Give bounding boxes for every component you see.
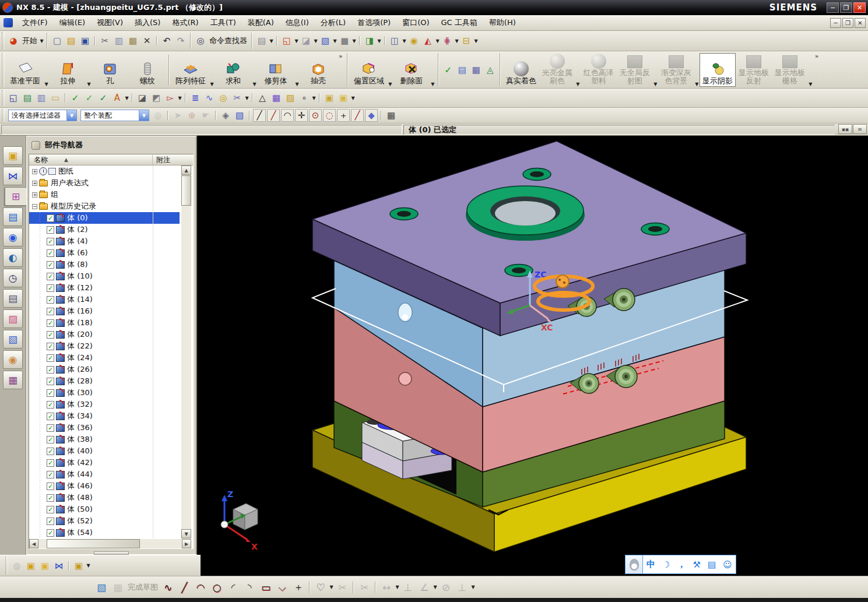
overflow-chevron-icon[interactable]: »: [815, 51, 819, 60]
delete-icon[interactable]: ✕: [140, 34, 153, 47]
tree-item-row[interactable]: ✓体 (36): [29, 422, 180, 434]
find-component-icon[interactable]: ◎: [152, 109, 164, 122]
checkbox-icon[interactable]: ✓: [47, 448, 54, 455]
layer-settings-icon[interactable]: ▤: [21, 91, 34, 104]
tree-column-header[interactable]: 名称 ▲ 附注: [29, 154, 193, 166]
menu-5[interactable]: 格式(R): [166, 15, 204, 30]
基准平面-button[interactable]: 基准平面: [6, 53, 44, 87]
rapid-dimension-icon[interactable]: ↔: [379, 580, 394, 595]
spring-coil-icon[interactable]: ≣: [189, 91, 202, 104]
snap-hand-icon[interactable]: ☛: [199, 109, 212, 122]
verify-2-icon[interactable]: ✓: [83, 91, 96, 104]
grid-snap-icon[interactable]: ▦: [385, 109, 398, 122]
snap-face-icon[interactable]: ◆: [365, 109, 378, 122]
chevron-down-icon[interactable]: ▼: [294, 38, 299, 44]
verify-1-icon[interactable]: ✓: [69, 91, 82, 104]
menu-11[interactable]: 窗口(O): [396, 15, 435, 30]
scroll-right-button[interactable]: ▶: [182, 539, 191, 548]
checkbox-icon[interactable]: ✓: [47, 331, 54, 339]
checkbox-icon[interactable]: ✓: [47, 494, 54, 502]
checkbox-icon[interactable]: ✓: [47, 319, 54, 327]
component-group-icon[interactable]: ▣: [72, 559, 85, 572]
menu-12[interactable]: GC 工具箱: [435, 15, 483, 30]
history-icon[interactable]: ◷: [3, 269, 23, 287]
chevron-down-icon[interactable]: ▼: [435, 38, 440, 44]
arc-icon[interactable]: ◠: [193, 580, 208, 595]
snap-quadrant-icon[interactable]: ✛: [295, 109, 308, 122]
menu-8[interactable]: 信息(I): [280, 15, 315, 30]
copy-icon[interactable]: ▥: [113, 34, 125, 47]
column-note[interactable]: 附注: [153, 155, 170, 165]
checkbox-icon[interactable]: ✓: [47, 471, 54, 478]
snap-circle-icon[interactable]: ◌: [323, 109, 336, 122]
chevron-down-icon[interactable]: ▼: [352, 38, 357, 44]
tree-item-row[interactable]: ✓体 (2): [29, 224, 180, 235]
expander-icon[interactable]: +: [32, 181, 37, 186]
checkbox-icon[interactable]: ✓: [47, 296, 54, 304]
scroll-down-button[interactable]: ▼: [181, 529, 191, 538]
process-studio-icon[interactable]: ▤: [3, 289, 23, 308]
selection-filter-dropdown[interactable]: 没有选择过滤器 ▼: [8, 110, 77, 121]
chevron-down-icon[interactable]: ▼: [433, 585, 438, 590]
tree-item-row[interactable]: ✓体 (32): [29, 399, 180, 410]
book-icon[interactable]: ▧: [233, 109, 246, 122]
start-menu-button[interactable]: 开始: [22, 36, 37, 46]
qq-pinyin-icon[interactable]: [625, 555, 643, 573]
spreadsheet-icon[interactable]: ▦: [470, 64, 483, 76]
tree-item-row[interactable]: ✓体 (34): [29, 410, 180, 422]
chevron-down-icon[interactable]: ▼: [252, 82, 257, 87]
checkbox-icon[interactable]: ✓: [47, 424, 54, 432]
wire-spring-icon[interactable]: ∿: [203, 91, 216, 104]
checkbox-icon[interactable]: ✓: [47, 389, 54, 397]
open-folder-icon[interactable]: ▤: [65, 34, 78, 47]
chamfer-icon[interactable]: ◝: [242, 580, 257, 595]
flags-icon[interactable]: ◭: [421, 34, 434, 47]
tree-item-row[interactable]: ✓体 (44): [29, 469, 180, 480]
checkbox-icon[interactable]: ✓: [47, 506, 54, 513]
chevron-down-icon[interactable]: ▼: [430, 82, 435, 87]
dock-button[interactable]: ▪▪: [838, 124, 852, 134]
checkbox-icon[interactable]: ✓: [47, 249, 54, 257]
snap-end-icon[interactable]: ╱: [253, 109, 266, 122]
triangle-icon[interactable]: △: [256, 91, 269, 104]
sort-ascending-icon[interactable]: ▲: [64, 157, 68, 163]
screen-split-icon[interactable]: ◱: [280, 34, 293, 47]
redo-icon[interactable]: ↷: [174, 34, 187, 47]
chevron-down-icon[interactable]: ▼: [177, 96, 182, 101]
tree-item-row[interactable]: ✓体 (40): [29, 445, 180, 457]
expander-icon[interactable]: −: [32, 204, 37, 209]
title-bar[interactable]: NX 8.5 - 建模 - [zhuangpeitu_UG7.5.prt （修改…: [0, 0, 868, 15]
quick-extend-icon[interactable]: ✂: [357, 580, 372, 595]
door-icon[interactable]: ◫: [388, 34, 401, 47]
offset-curve-icon[interactable]: ♡: [313, 580, 328, 595]
checkbox-icon[interactable]: ✓: [47, 226, 54, 234]
quick-trim-icon[interactable]: ✂: [335, 580, 350, 595]
wrench-icon[interactable]: ⚒: [693, 559, 700, 570]
clipboard-icon[interactable]: ▤: [708, 559, 716, 570]
chevron-down-icon[interactable]: ▼: [350, 96, 356, 101]
find-in-assembly-icon[interactable]: ◍: [10, 559, 23, 572]
ruler-icon[interactable]: ⊟: [460, 34, 473, 47]
tree-item-row[interactable]: ✓体 (42): [29, 457, 180, 469]
chevron-down-icon[interactable]: ▼: [139, 110, 149, 121]
menu-3[interactable]: 视图(V): [91, 15, 129, 30]
document-icon[interactable]: [3, 18, 13, 27]
angle-constraint-icon[interactable]: ∠: [417, 580, 432, 595]
undo-icon[interactable]: ↶: [160, 34, 173, 47]
sketch-grid-icon[interactable]: ▦: [110, 580, 125, 595]
修剪体-button[interactable]: 修剪体: [257, 53, 294, 87]
求和-button[interactable]: 求和: [215, 53, 252, 87]
menu-6[interactable]: 工具(T): [205, 15, 242, 30]
scroll-up-button[interactable]: ▲: [181, 166, 191, 175]
孔-button[interactable]: 孔: [92, 53, 129, 87]
expand-button[interactable]: ≡: [853, 124, 867, 134]
tree-item-row[interactable]: ✓体 (4): [29, 235, 180, 247]
profile-icon[interactable]: ∿: [160, 580, 175, 595]
paste-icon[interactable]: ▦: [126, 34, 139, 47]
roles-icon[interactable]: ▨: [3, 309, 23, 328]
ime-language-toggle[interactable]: 中: [646, 559, 655, 570]
needles-icon[interactable]: ⋕: [441, 34, 454, 47]
punctuation-icon[interactable]: ，: [677, 559, 686, 570]
window-icon[interactable]: ◨: [363, 34, 376, 47]
move-component-icon[interactable]: ▣: [38, 559, 51, 572]
